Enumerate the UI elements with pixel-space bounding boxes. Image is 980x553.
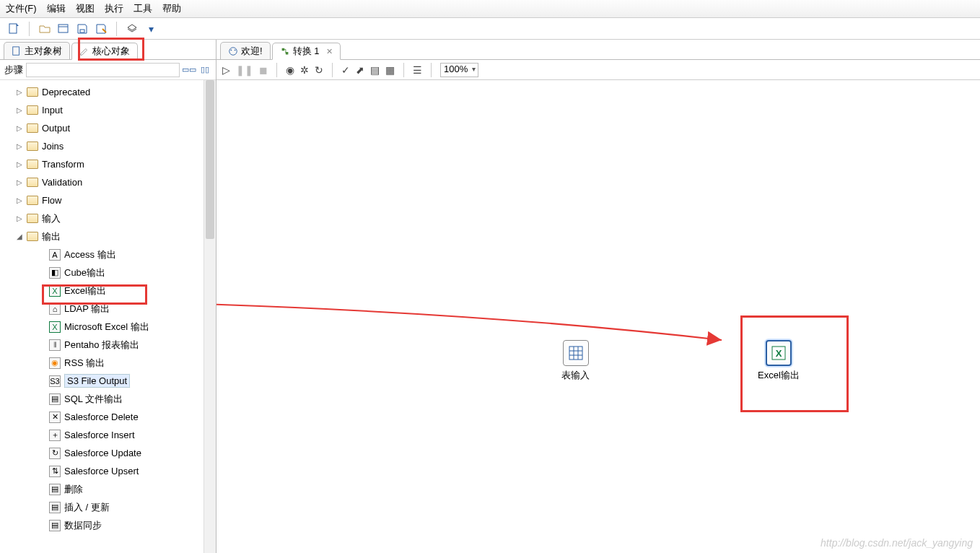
svg-rect-1 xyxy=(58,25,68,32)
tab-transformation[interactable]: 转换 1 ✕ xyxy=(272,43,341,60)
tree-label: Joins xyxy=(42,141,64,152)
tree-node-validation[interactable]: ▷Validation xyxy=(0,173,216,191)
menu-tools[interactable]: 工具 xyxy=(134,2,152,15)
tree-label: Input xyxy=(42,105,63,116)
tab-welcome[interactable]: 欢迎! xyxy=(220,42,271,59)
explore-icon[interactable] xyxy=(57,22,70,35)
chevron-right-icon[interactable]: ▷ xyxy=(16,160,23,168)
tree-node-transform[interactable]: ▷Transform xyxy=(0,155,216,173)
collapse-all-icon[interactable]: ▯▯ xyxy=(198,64,211,77)
tree-node-input-cn[interactable]: ▷输入 xyxy=(0,209,216,227)
separator xyxy=(431,63,432,77)
chevron-down-icon[interactable]: ◢ xyxy=(16,232,23,240)
tree-child-pentaho[interactable]: ⫴Pentaho 报表输出 xyxy=(0,336,216,354)
tab-label: 转换 1 xyxy=(293,45,320,58)
stop-icon[interactable]: ◼ xyxy=(259,64,268,76)
tree-label: Transform xyxy=(42,159,84,170)
tree-label: 插入 / 更新 xyxy=(64,501,110,514)
show-results-icon[interactable]: ☰ xyxy=(413,64,422,76)
chevron-right-icon[interactable]: ▷ xyxy=(16,196,23,204)
steps-filter-input[interactable] xyxy=(26,63,180,77)
chevron-right-icon[interactable]: ▷ xyxy=(16,142,23,150)
steps-filter-row: 步骤 ▭▭ ▯▯ xyxy=(0,60,216,80)
run-icon[interactable]: ▷ xyxy=(222,64,230,76)
left-panel: 主对象树 核心对象 步骤 ▭▭ ▯▯ ▷Deprecated ▷Input ▷O… xyxy=(0,40,216,553)
save-as-icon[interactable] xyxy=(95,22,108,35)
menu-help[interactable]: 帮助 xyxy=(162,2,181,15)
save-icon[interactable] xyxy=(76,22,89,35)
chevron-right-icon[interactable]: ▷ xyxy=(16,178,23,186)
tree-child-msexcel[interactable]: XMicrosoft Excel 输出 xyxy=(0,318,216,336)
zoom-selector[interactable]: 100% xyxy=(440,63,478,77)
tree-child-rss[interactable]: ◉RSS 输出 xyxy=(0,354,216,372)
chevron-right-icon[interactable]: ▷ xyxy=(16,88,23,96)
tree-node-output[interactable]: ▷Output xyxy=(0,119,216,137)
step-label: Excel输出 xyxy=(758,370,800,380)
open-icon[interactable] xyxy=(38,22,51,35)
step-icon: ⇅ xyxy=(49,466,61,477)
expand-all-icon[interactable]: ▭▭ xyxy=(183,64,196,77)
tree-child-sfups[interactable]: ⇅Salesforce Upsert xyxy=(0,462,216,480)
impact-icon[interactable]: ⬈ xyxy=(356,64,364,76)
tree-child-ldap[interactable]: ⌂LDAP 输出 xyxy=(0,300,216,318)
svg-rect-8 xyxy=(569,347,582,360)
tree-child-s3[interactable]: S3S3 File Output xyxy=(0,372,216,390)
chevron-right-icon[interactable]: ▷ xyxy=(16,124,23,132)
scrollbar-thumb[interactable] xyxy=(206,80,214,239)
tree-node-deprecated[interactable]: ▷Deprecated xyxy=(0,83,216,101)
canvas-step-table-input[interactable]: 表输入 xyxy=(561,340,590,382)
tree-node-joins[interactable]: ▷Joins xyxy=(0,137,216,155)
perspective-icon[interactable] xyxy=(126,22,139,35)
tree-child-sync[interactable]: ▤数据同步 xyxy=(0,516,216,534)
tree-label: 输出 xyxy=(42,230,61,243)
dropdown-icon[interactable]: ▾ xyxy=(144,22,157,35)
menu-run[interactable]: 执行 xyxy=(105,2,123,15)
menu-file[interactable]: 文件(F) xyxy=(6,2,37,15)
chevron-right-icon[interactable]: ▷ xyxy=(16,106,23,114)
tree-label: Excel输出 xyxy=(64,284,106,297)
close-tab-icon[interactable]: ✕ xyxy=(326,47,333,56)
menu-edit[interactable]: 编辑 xyxy=(47,2,66,15)
tree-label: 删除 xyxy=(64,483,83,496)
tab-core-objects[interactable]: 核心对象 xyxy=(71,43,138,60)
steps-tree[interactable]: ▷Deprecated ▷Input ▷Output ▷Joins ▷Trans… xyxy=(0,80,216,553)
tree-label: Salesforce Update xyxy=(64,448,141,458)
welcome-icon xyxy=(228,46,238,56)
tree-child-sql[interactable]: ▤SQL 文件输出 xyxy=(0,390,216,408)
canvas-step-excel-output[interactable]: X Excel输出 xyxy=(758,340,800,382)
tree-child-insertupdate[interactable]: ▤插入 / 更新 xyxy=(0,498,216,516)
tree-child-cube[interactable]: ◧Cube输出 xyxy=(0,264,216,282)
chevron-right-icon[interactable]: ▷ xyxy=(16,214,23,222)
tree-node-flow[interactable]: ▷Flow xyxy=(0,191,216,209)
step-icon: ＋ xyxy=(49,430,61,441)
preview-icon[interactable]: ◉ xyxy=(286,64,294,76)
step-label: 表输入 xyxy=(561,370,590,380)
document-icon xyxy=(12,46,22,56)
folder-icon xyxy=(27,232,38,241)
tree-child-sfins[interactable]: ＋Salesforce Insert xyxy=(0,426,216,444)
tab-main-tree[interactable]: 主对象树 xyxy=(4,42,70,59)
tree-child-sfdel[interactable]: ✕Salesforce Delete xyxy=(0,408,216,426)
tree-child-sfupd[interactable]: ↻Salesforce Update xyxy=(0,444,216,462)
replay-icon[interactable]: ↻ xyxy=(315,64,323,76)
pause-icon[interactable]: ❚❚ xyxy=(236,64,253,76)
step-icon: ▤ xyxy=(49,393,61,405)
step-icon: A xyxy=(49,249,61,261)
tree-node-output-cn[interactable]: ◢输出 xyxy=(0,227,216,245)
tree-child-excel[interactable]: XExcel输出 xyxy=(0,282,216,300)
transformation-canvas[interactable]: 表输入 X Excel输出 http://blog.csdn.net/jack_… xyxy=(216,80,980,553)
sql-icon[interactable]: ▤ xyxy=(370,64,380,76)
menu-view[interactable]: 视图 xyxy=(76,2,95,15)
explore-db-icon[interactable]: ▦ xyxy=(385,64,395,76)
tree-node-input[interactable]: ▷Input xyxy=(0,101,216,119)
tree-child-access[interactable]: AAccess 输出 xyxy=(0,245,216,264)
step-icon: ⫴ xyxy=(49,339,61,351)
tree-label: 输入 xyxy=(42,212,61,225)
tree-label: RSS 输出 xyxy=(64,357,105,370)
new-file-icon[interactable] xyxy=(7,22,20,35)
separator xyxy=(332,63,333,77)
verify-icon[interactable]: ✓ xyxy=(341,64,350,76)
tree-child-delete[interactable]: ▤删除 xyxy=(0,480,216,498)
debug-icon[interactable]: ✲ xyxy=(300,64,309,76)
vertical-scrollbar[interactable] xyxy=(204,80,216,553)
